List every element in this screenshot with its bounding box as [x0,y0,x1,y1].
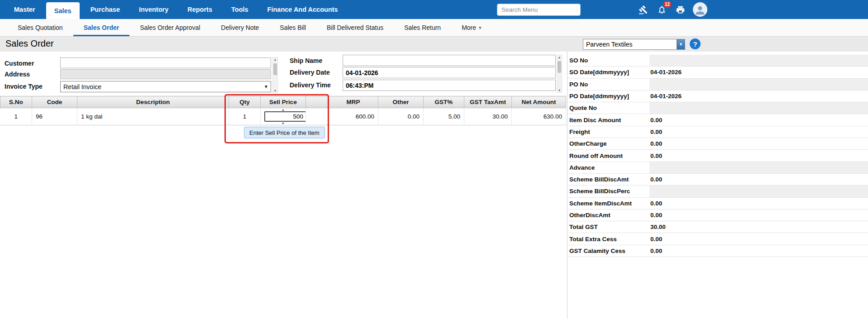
search-input[interactable] [497,4,581,16]
summary-value [649,186,868,197]
cell-gst-pct[interactable]: 5.00 [424,108,464,125]
ship-name-input[interactable] [343,55,556,66]
company-select[interactable]: Parveen Textiles ▼ [583,39,685,50]
summary-value: 04-01-2026 [649,67,868,78]
topnav-item-inventory[interactable]: Inventory [129,0,178,19]
address-input [60,69,271,79]
summary-value: 30.00 [649,221,868,233]
scroll-thumb[interactable] [273,63,277,75]
page-title: Sales Order [5,38,54,49]
sell-price-tooltip: Enter Sell Price of the Item [244,127,325,138]
summary-label: Freight [568,126,649,138]
summary-value [649,162,868,173]
summary-label: Total Extra Cess [568,233,649,244]
chevron-down-icon[interactable]: ▼ [677,39,685,49]
summary-value: 04-01-2026 [649,90,868,102]
cell-other[interactable]: 0.00 [378,108,424,125]
subnav-item-sales-quotation[interactable]: Sales Quotation [7,19,73,36]
subnav-item-sales-order[interactable]: Sales Order [73,19,130,36]
summary-value: 0.00 [649,174,868,185]
chevron-down-icon: ▾ [479,25,482,31]
ship-name-label: Ship Name [290,57,322,64]
spinner-down-icon[interactable]: ▼ [281,122,285,125]
summary-row: GST Calamity Cess0.00 [568,245,868,257]
scroll-down-icon[interactable]: ▼ [557,89,562,92]
topnav-item-tools[interactable]: Tools [222,0,258,19]
user-avatar[interactable] [693,2,707,17]
help-button[interactable]: ? [690,38,701,49]
top-icons: 12 [637,0,707,19]
col-header-sno: S.No [0,96,32,108]
summary-value [649,102,868,114]
grid-item-row: 1 96 1 kg dal 1 ▲ ▼ 600.00 0.00 5.00 30.… [0,108,566,125]
customer-input[interactable] [60,57,271,68]
summary-label: PO No [568,79,649,90]
items-grid: S.No Code Description Qty Sell Price MRP… [0,96,566,125]
delivery-time-input[interactable] [343,80,556,91]
col-header-mrp: MRP [329,96,378,108]
subnav-item-more[interactable]: More▾ [451,19,491,36]
topnav-item-reports[interactable]: Reports [178,0,222,19]
summary-label: Advance [568,162,649,173]
cell-mrp[interactable]: 600.00 [329,108,378,125]
top-menu-bar: MasterSalesPurchaseInventoryReportsTools… [0,0,868,19]
delivery-date-input[interactable] [343,67,556,78]
summary-panel: SO NoSO Date[ddmmyyyy]04-01-2026PO NoPO … [567,52,868,319]
summary-label: OtherDiscAmt [568,209,649,221]
subnav-item-sales-return[interactable]: Sales Return [394,19,451,36]
scroll-down-icon[interactable]: ▼ [273,89,277,92]
form-right-scrollbar[interactable]: ▲ ▼ [557,55,562,93]
notifications-bell-icon[interactable]: 12 [656,4,668,15]
summary-row: Scheme BillDiscPerc [568,186,868,197]
summary-label: OtherCharge [568,138,649,149]
print-icon[interactable] [674,4,686,15]
summary-row: Scheme ItemDiscAmt0.00 [568,198,868,209]
summary-row: OtherCharge0.00 [568,138,868,150]
invoice-type-value: Retail Invoice [61,83,262,90]
spinner-up-icon[interactable]: ▲ [281,108,285,111]
subnav-item-delivery-note[interactable]: Delivery Note [210,19,269,36]
company-select-value: Parveen Textiles [583,41,677,48]
scroll-up-icon[interactable]: ▲ [273,58,277,61]
address-label: Address [5,71,30,78]
cell-qty[interactable]: 1 [229,108,261,125]
topnav-item-finance-and-accounts[interactable]: Finance And Accounts [258,0,348,19]
chevron-down-icon: ▼ [262,84,271,89]
cell-net-amount[interactable]: 630.00 [512,108,566,125]
summary-value: 0.00 [649,209,868,221]
summary-row: Round off Amount0.00 [568,150,868,162]
topnav-item-master[interactable]: Master [5,0,45,19]
delivery-time-label: Delivery Time [290,81,331,89]
gavel-icon[interactable] [637,4,649,15]
sell-price-input[interactable] [264,111,306,122]
col-header-spacer [306,96,329,108]
cell-description[interactable]: 1 kg dal [77,108,229,125]
scroll-thumb[interactable] [558,61,561,73]
sales-sub-nav: Sales QuotationSales OrderSales Order Ap… [0,19,868,37]
subnav-item-sales-order-approval[interactable]: Sales Order Approval [129,19,210,36]
summary-row: PO Date[ddmmyyyy]04-01-2026 [568,90,868,102]
summary-value [649,55,868,66]
summary-value: 0.00 [649,198,868,209]
invoice-type-label: Invoice Type [5,83,43,90]
invoice-type-select[interactable]: Retail Invoice ▼ [60,81,271,92]
subnav-item-bill-delivered-status[interactable]: Bill Delivered Status [316,19,394,36]
col-header-qty: Qty [229,96,261,108]
summary-label: SO Date[ddmmyyyy] [568,67,649,78]
summary-label: SO No [568,55,649,66]
form-left-scrollbar[interactable]: ▲ ▼ [272,57,278,93]
summary-row: Total GST30.00 [568,221,868,233]
summary-label: GST Calamity Cess [568,245,649,257]
cell-code[interactable]: 96 [32,108,77,125]
topnav-item-purchase[interactable]: Purchase [81,0,129,19]
scroll-up-icon[interactable]: ▲ [557,56,562,59]
summary-row: SO No [568,55,868,67]
delivery-date-label: Delivery Date [290,69,330,76]
cell-sell-price: ▲ ▼ [261,108,306,125]
subnav-item-sales-bill[interactable]: Sales Bill [269,19,316,36]
summary-label: Scheme BillDiscAmt [568,174,649,185]
col-header-net-amount: Net Amount [512,96,566,108]
col-header-gst-pct: GST% [424,96,464,108]
cell-gst-taxamt[interactable]: 30.00 [464,108,512,125]
topnav-item-sales[interactable]: Sales [46,2,80,19]
